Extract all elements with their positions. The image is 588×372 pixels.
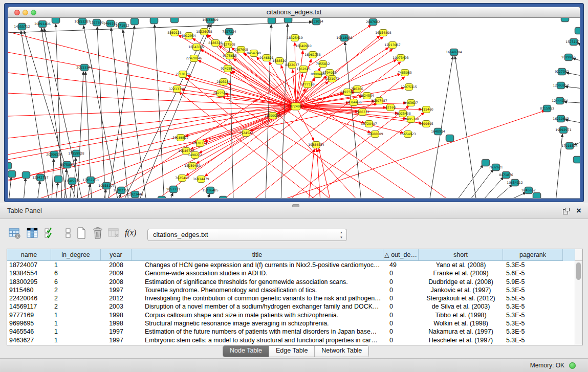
table-row[interactable]: 946362711997Embryonic stem cells: a mode…	[7, 336, 575, 344]
graph-edge[interactable]	[41, 28, 67, 199]
graph-edge[interactable]	[455, 56, 476, 199]
minimize-traffic-light[interactable]	[23, 10, 28, 15]
graph-edge[interactable]	[228, 83, 296, 106]
graph-edge[interactable]	[243, 53, 451, 199]
row-height-icon[interactable]	[61, 226, 75, 240]
graph-edge[interactable]	[37, 181, 40, 199]
table-row[interactable]: 2242004622012Investigating the contribut…	[7, 294, 575, 302]
show-columns-icon[interactable]	[26, 226, 39, 240]
graph-node-label: 16210643	[553, 117, 569, 120]
table-source-select[interactable]: citations_edges.txt ▲▼	[147, 229, 347, 241]
graph-edge[interactable]	[232, 71, 296, 106]
graph-node[interactable]	[131, 18, 139, 25]
graph-node[interactable]	[268, 18, 276, 24]
graph-edge[interactable]	[52, 159, 54, 199]
cell-title: Estimation of the future numbers of pati…	[132, 327, 383, 336]
graph-edge[interactable]	[493, 185, 512, 199]
column-header-pagerank[interactable]: pagerank	[503, 249, 563, 261]
graph-edge[interactable]	[251, 77, 405, 199]
graph-edge[interactable]	[88, 184, 90, 199]
graph-edge[interactable]	[580, 161, 580, 164]
table-row[interactable]: 969969511998Structural magnetic resonanc…	[7, 319, 575, 327]
column-header-out_de[interactable]: △ out_de…	[383, 249, 419, 261]
graph-edge[interactable]	[44, 28, 82, 199]
window-titlebar[interactable]: citations_edges.txt	[8, 7, 580, 18]
graph-edge[interactable]	[56, 182, 58, 199]
graph-edge[interactable]	[296, 101, 375, 106]
close-traffic-light[interactable]	[14, 10, 20, 15]
graph-edge[interactable]	[456, 165, 483, 199]
zoom-traffic-light[interactable]	[31, 10, 36, 15]
graph-edge[interactable]	[506, 192, 526, 199]
scrollbar-thumb[interactable]	[576, 262, 581, 280]
graph-edge[interactable]	[206, 194, 210, 199]
select-rows-icon[interactable]	[44, 226, 57, 240]
graph-node[interactable]	[158, 196, 166, 199]
graph-node[interactable]	[23, 172, 30, 179]
graph-edge[interactable]	[64, 169, 67, 199]
graph-edge[interactable]	[296, 51, 303, 106]
table-row[interactable]: 911546021997Tourette syndrome. Phenomeno…	[7, 286, 575, 294]
graph-edge[interactable]	[169, 193, 173, 199]
cell-title: Disruption of a novel member of a sodium…	[132, 302, 383, 311]
graph-node-label: 10688609	[367, 132, 383, 136]
graph-node[interactable]	[171, 18, 179, 23]
tab-edge-table[interactable]: Edge Table	[269, 346, 315, 357]
column-header-year[interactable]: year	[101, 249, 132, 261]
graph-node[interactable]	[533, 193, 541, 199]
graph-node[interactable]	[561, 18, 569, 22]
node-table: namein_degreeyeartitle△ out_de…shortpage…	[7, 249, 583, 345]
table-row[interactable]: 1872400712008Changes of HCN gene express…	[7, 261, 575, 269]
panel-drag-grip[interactable]	[292, 204, 299, 207]
graph-edge[interactable]	[155, 25, 164, 199]
citation-network-graph[interactable]: 1872400718300295886012389129541822605816…	[8, 18, 580, 199]
graph-edge[interactable]	[187, 75, 296, 106]
graph-node[interactable]	[55, 176, 62, 183]
network-window[interactable]: citations_edges.txt 18724007183002958860…	[4, 3, 584, 202]
graph-edge[interactable]	[9, 177, 11, 199]
column-header-name[interactable]: name	[7, 249, 51, 261]
graph-node[interactable]	[8, 163, 12, 169]
table-options-icon[interactable]	[8, 226, 21, 240]
graph-node[interactable]	[285, 18, 292, 23]
table-row[interactable]: 1938455462009Genome-wide association stu…	[7, 269, 575, 277]
graph-canvas[interactable]: 1872400718300295886012389129541822605816…	[8, 18, 580, 199]
graph-edge[interactable]	[266, 25, 271, 199]
graph-edge[interactable]	[309, 149, 314, 199]
table-row[interactable]: 1456911722003Disruption of a novel membe…	[7, 302, 575, 311]
graph-edge[interactable]	[8, 106, 296, 181]
graph-edge[interactable]	[429, 56, 453, 199]
graph-node[interactable]	[574, 157, 581, 163]
column-header-title[interactable]: title	[132, 249, 383, 261]
graph-node[interactable]	[446, 135, 454, 142]
column-header-short[interactable]: short	[419, 249, 503, 261]
function-builder-icon[interactable]: f(x)	[125, 228, 138, 243]
column-header-in_degree[interactable]: in_degree	[51, 249, 101, 261]
graph-node[interactable]	[52, 18, 60, 24]
tab-node-table[interactable]: Node Table	[223, 346, 269, 357]
table-row[interactable]: 977716911998Corpus callosum shape and si…	[7, 311, 575, 319]
delete-table-trash-icon[interactable]	[91, 226, 104, 240]
graph-edge[interactable]	[97, 27, 105, 199]
table-row[interactable]: 1830029562008Estimation of significance …	[7, 278, 575, 286]
graph-edge[interactable]	[24, 178, 26, 199]
graph-node[interactable]	[150, 18, 158, 24]
graph-edge[interactable]	[56, 24, 62, 199]
graph-node-label: 17359928	[68, 151, 84, 155]
graph-node-label: 7955812	[316, 62, 330, 65]
table-scrollbar[interactable]	[575, 261, 582, 345]
graph-edge[interactable]	[70, 184, 72, 199]
graph-node-label: 12975115	[401, 85, 417, 89]
graph-edge[interactable]	[83, 26, 118, 199]
new-table-icon[interactable]	[75, 226, 88, 240]
float-panel-icon[interactable]	[563, 208, 570, 214]
graph-edge[interactable]	[317, 149, 320, 199]
close-panel-icon[interactable]: ×	[576, 205, 581, 217]
graph-edge[interactable]	[578, 43, 580, 48]
graph-node[interactable]	[8, 171, 16, 178]
table-row[interactable]: 946554611997Estimation of the future num…	[7, 327, 575, 336]
graph-edge[interactable]	[123, 30, 146, 199]
graph-node[interactable]	[220, 196, 227, 199]
graph-node[interactable]	[575, 28, 581, 34]
tab-network-table[interactable]: Network Table	[315, 346, 368, 357]
